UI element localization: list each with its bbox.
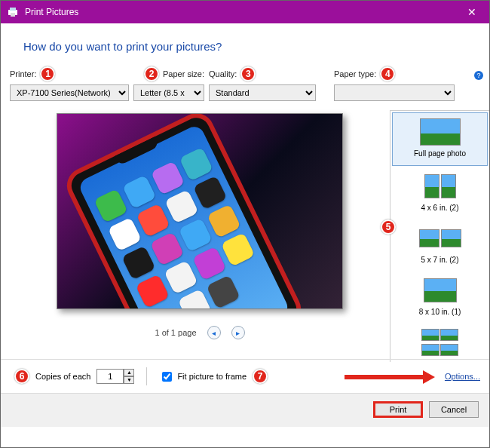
bottom-options-row: 6 Copies of each ▲ ▼ Fit picture to fram… <box>1 359 489 393</box>
fit-frame-label: Fit picture to frame <box>177 372 247 381</box>
badge-5: 5 <box>381 219 396 235</box>
layout-label: 4 x 6 in. (2) <box>392 204 488 212</box>
title-bar: Print Pictures ✕ <box>1 1 489 23</box>
paper-type-select[interactable] <box>334 84 455 101</box>
layout-list[interactable]: Full page photo 4 x 6 in. (2) 5 x 7 in. … <box>390 110 489 362</box>
button-row: Print Cancel <box>1 393 489 427</box>
divider <box>146 367 147 385</box>
print-button[interactable]: Print <box>373 401 423 418</box>
badge-6: 6 <box>14 369 29 384</box>
badge-4: 4 <box>380 66 395 81</box>
copies-label: Copies of each <box>35 372 90 381</box>
layout-label: Full page photo <box>394 149 485 158</box>
quality-label: Quality: <box>209 69 237 78</box>
next-page-button[interactable]: ▸ <box>231 326 245 339</box>
options-link[interactable]: Options... <box>445 372 480 381</box>
paper-type-label: Paper type: <box>334 69 376 78</box>
close-button[interactable]: ✕ <box>455 1 489 23</box>
paper-size-label: Paper size: <box>163 69 204 78</box>
page-indicator: 1 of 1 page <box>155 328 196 337</box>
layout-4x6[interactable]: 4 x 6 in. (2) <box>390 167 489 219</box>
layout-full-page[interactable]: Full page photo <box>392 112 488 166</box>
layout-5x7[interactable]: 5 x 7 in. (2) <box>390 219 489 272</box>
paper-size-select[interactable]: Letter (8.5 x <box>133 84 204 101</box>
fit-frame-checkbox[interactable] <box>162 372 172 382</box>
copies-input[interactable] <box>96 369 124 384</box>
badge-7: 7 <box>253 369 268 384</box>
prev-page-button[interactable]: ◂ <box>207 326 221 339</box>
annotation-arrow-icon <box>345 370 435 384</box>
heading-text: How do you want to print your pictures? <box>1 23 489 66</box>
svg-marker-4 <box>423 370 435 384</box>
badge-2: 2 <box>144 66 159 81</box>
preview-pane: 1 of 1 page ◂ ▸ <box>10 110 390 359</box>
copies-down-button[interactable]: ▼ <box>124 376 134 384</box>
quality-select[interactable]: Standard <box>209 84 316 101</box>
printer-select[interactable]: XP-7100 Series(Network) <box>10 84 129 101</box>
window-title: Print Pictures <box>25 7 455 17</box>
badge-1: 1 <box>40 66 55 81</box>
layout-more[interactable] <box>390 324 489 362</box>
layout-label: 5 x 7 in. (2) <box>392 256 488 264</box>
main-area: 1 of 1 page ◂ ▸ Full page photo 4 x 6 in… <box>1 106 489 359</box>
badge-3: 3 <box>240 66 256 81</box>
svg-rect-1 <box>10 8 16 11</box>
help-icon[interactable]: ? <box>474 71 483 80</box>
svg-rect-2 <box>11 13 15 17</box>
page-navigation: 1 of 1 page ◂ ▸ <box>155 326 244 339</box>
layout-8x10[interactable]: 8 x 10 in. (1) <box>390 272 489 324</box>
printer-icon <box>7 6 19 18</box>
printer-label: Printer: <box>10 69 36 78</box>
preview-image <box>57 113 343 309</box>
copies-up-button[interactable]: ▲ <box>124 369 134 376</box>
copies-stepper[interactable]: ▲ ▼ <box>96 369 134 384</box>
layout-label: 8 x 10 in. (1) <box>392 308 488 316</box>
cancel-button[interactable]: Cancel <box>429 401 479 418</box>
settings-row: Printer: 1 XP-7100 Series(Network) 2 Pap… <box>1 66 489 106</box>
